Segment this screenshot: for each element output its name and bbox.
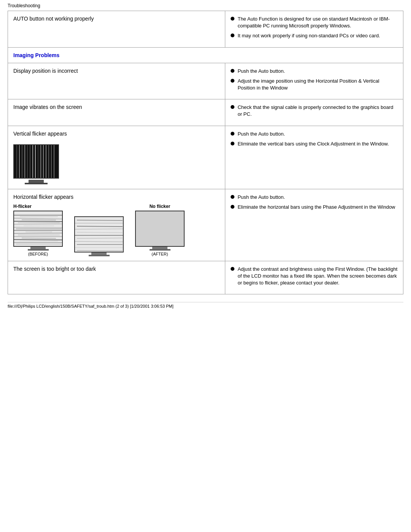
vbars-svg: [14, 145, 58, 178]
imaging-section-header: Imaging Problems: [13, 52, 59, 58]
hflicker-before-group: H-flicker: [13, 204, 63, 256]
svg-line-25: [14, 240, 62, 240]
solution-cell-display: Push the Auto button. Adjust the image p…: [225, 63, 403, 99]
list-item: Push the Auto button.: [231, 131, 398, 137]
problem-cell-display: Display position is incorrect: [8, 63, 225, 99]
solution-cell-auto: The Auto Function is designed for use on…: [225, 11, 403, 48]
vflicker-monitor-wrap: [13, 141, 59, 184]
table-row: The screen is too bright or too dark Adj…: [8, 261, 403, 294]
solution-text: It may not work properly if using non-st…: [237, 32, 380, 39]
bullet-icon: [231, 34, 234, 37]
monitor-base-before2: [89, 255, 110, 256]
list-item: It may not work properly if using non-st…: [231, 32, 398, 39]
solution-text: Push the Auto button.: [237, 131, 285, 137]
svg-line-48: [77, 251, 123, 251]
bullet-icon: [231, 195, 234, 199]
vflicker-monitor-image: [13, 144, 59, 179]
monitor-base-before: [28, 249, 49, 251]
solution-list-vibrate: Check that the signal cable is properly …: [231, 104, 398, 118]
solution-text: Push the Auto button.: [237, 194, 285, 201]
solution-list-display: Push the Auto button. Adjust the image p…: [231, 68, 398, 92]
noflicker-monitor: [135, 211, 185, 247]
hflicker-before2-group: [74, 216, 124, 256]
hbars-svg-before: [14, 211, 62, 246]
monitor-base: [25, 183, 48, 184]
list-item: Eliminate the horizontal bars using the …: [231, 204, 398, 211]
breadcrumb: Troubleshooting: [8, 3, 403, 8]
footer-bar: file:///D|/Philips LCD/english/150B/SAFE…: [8, 302, 403, 308]
problem-text-vflicker: Vertical flicker appears: [13, 131, 220, 137]
table-row: Horizontal flicker appears H-flicker: [8, 189, 403, 261]
bullet-icon: [231, 105, 234, 109]
solution-list-vflicker: Push the Auto button. Eliminate the vert…: [231, 131, 398, 147]
problem-cell-hflicker: Horizontal flicker appears H-flicker: [8, 189, 225, 261]
list-item: Push the Auto button.: [231, 68, 398, 75]
solution-text: Adjust the contrast and brightness using…: [237, 266, 398, 287]
bullet-icon: [231, 142, 234, 145]
problem-cell-brightness: The screen is too bright or too dark: [8, 261, 225, 294]
solution-cell-hflicker: Push the Auto button. Eliminate the hori…: [225, 189, 403, 261]
footer-text: file:///D|/Philips LCD/english/150B/SAFE…: [8, 304, 174, 308]
table-row: AUTO button not working properly The Aut…: [8, 11, 403, 48]
bullet-icon: [231, 79, 234, 83]
bullet-icon: [231, 69, 234, 73]
monitor-base-after: [150, 249, 170, 251]
solution-cell-vibrate: Check that the signal cable is properly …: [225, 99, 403, 126]
problem-cell-auto: AUTO button not working properly: [8, 11, 225, 48]
section-header-row: Imaging Problems: [8, 47, 403, 63]
bullet-icon: [231, 267, 234, 271]
svg-line-45: [75, 241, 123, 242]
svg-line-40: [77, 226, 123, 227]
list-item: Eliminate the vertical bars using the Cl…: [231, 141, 398, 147]
svg-rect-37: [75, 217, 123, 252]
list-item: Adjust the image position using the Hori…: [231, 78, 398, 91]
solution-cell-vflicker: Push the Auto button. Eliminate the vert…: [225, 126, 403, 189]
solution-text: The Auto Function is designed for use on…: [237, 16, 398, 29]
hflicker-label: H-flicker: [13, 204, 63, 209]
svg-rect-49: [136, 211, 184, 246]
problem-text-display: Display position is incorrect: [13, 68, 78, 74]
svg-line-42: [77, 232, 123, 233]
table-row: Vertical flicker appears: [8, 126, 403, 189]
monitor-stand: [29, 180, 44, 183]
main-table: AUTO button not working properly The Aut…: [8, 11, 403, 294]
solution-cell-brightness: Adjust the contrast and brightness using…: [225, 261, 403, 294]
bullet-icon: [231, 205, 234, 209]
solution-list-hflicker: Push the Auto button. Eliminate the hori…: [231, 194, 398, 211]
table-row: Display position is incorrect Push the A…: [8, 63, 403, 99]
problem-text-brightness: The screen is too bright or too dark: [13, 266, 96, 272]
solution-text: Eliminate the vertical bars using the Cl…: [237, 141, 389, 147]
svg-line-23: [14, 233, 62, 233]
list-item: Push the Auto button.: [231, 194, 398, 201]
solution-text: Adjust the image position using the Hori…: [237, 78, 398, 91]
imaging-header-cell: Imaging Problems: [8, 47, 403, 63]
noflicker-label: No flicker: [135, 204, 185, 209]
svg-rect-0: [14, 145, 58, 178]
solution-list-brightness: Adjust the contrast and brightness using…: [231, 266, 398, 287]
list-item: Adjust the contrast and brightness using…: [231, 266, 398, 287]
hflicker-illustrations: H-flicker: [13, 204, 220, 256]
solution-text: Eliminate the horizontal bars using the …: [237, 204, 395, 211]
svg-line-38: [77, 220, 123, 220]
svg-line-21: [14, 227, 62, 228]
bullet-icon: [231, 132, 234, 136]
after-label: (AFTER): [135, 252, 185, 256]
problem-text-hflicker: Horizontal flicker appears: [13, 194, 220, 200]
solution-list-auto: The Auto Function is designed for use on…: [231, 16, 398, 40]
problem-cell-vibrate: Image vibrates on the screen: [8, 99, 225, 126]
hflicker-monitor-before: [13, 211, 63, 247]
list-item: The Auto Function is designed for use on…: [231, 16, 398, 29]
noflicker-group: No flicker (AFTER): [135, 204, 185, 256]
bullet-icon: [231, 17, 234, 21]
before-label: (BEFORE): [13, 252, 63, 256]
solution-text: Check that the signal cable is properly …: [237, 104, 398, 118]
table-row: Image vibrates on the screen Check that …: [8, 99, 403, 126]
vertical-bars-graphic: [14, 145, 58, 178]
noflicker-svg: [136, 211, 184, 246]
problem-text-vibrate: Image vibrates on the screen: [13, 104, 82, 110]
hflicker-monitor-before2: [74, 216, 124, 252]
list-item: Check that the signal cable is properly …: [231, 104, 398, 118]
hbars-svg-before2: [75, 217, 123, 252]
solution-text: Push the Auto button.: [237, 68, 285, 75]
svg-line-19: [14, 221, 62, 222]
